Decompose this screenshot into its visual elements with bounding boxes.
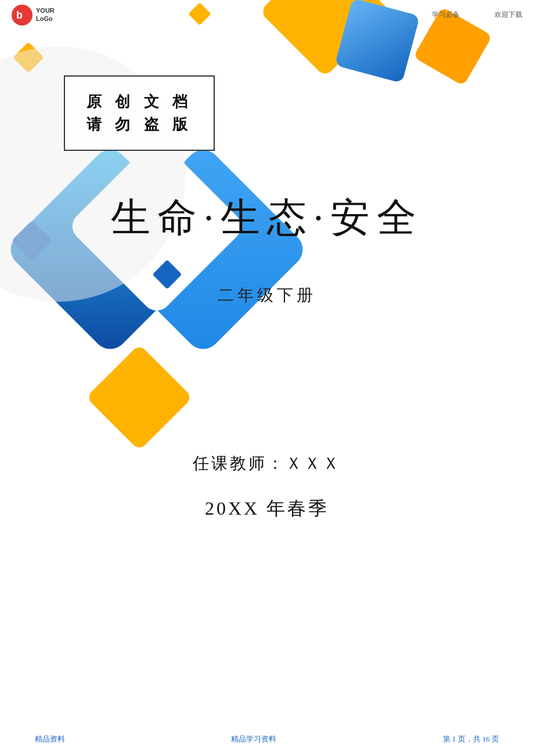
nav-item-2: 欢迎下载 xyxy=(495,10,522,20)
footer-center: 精品学习资料 xyxy=(231,734,276,744)
footer-left: 精品资料 xyxy=(35,734,65,744)
header: b YOUR LoGo 学习必备 欢迎下载 xyxy=(0,0,534,30)
svg-rect-7 xyxy=(96,143,310,356)
footer: 精品资料 精品学习资料 第 1 页，共 16 页 xyxy=(0,734,534,744)
watermark-box: 原 创 文 档 请 勿 盗 版 xyxy=(64,75,215,151)
main-title: 生命·生态·安全 xyxy=(0,191,534,244)
logo-icon: b xyxy=(12,5,33,26)
header-nav: 学习必备 欢迎下载 xyxy=(432,10,522,20)
svg-rect-12 xyxy=(13,42,44,73)
logo-text: YOUR LoGo xyxy=(36,7,55,22)
year-info: 20XX 年春季 xyxy=(0,496,534,522)
teacher-info: 任课教师：ＸＸＸ xyxy=(0,453,534,475)
watermark-line-1: 原 创 文 档 xyxy=(86,91,192,113)
subtitle: 二年级下册 xyxy=(0,284,534,306)
svg-text:b: b xyxy=(16,9,23,21)
nav-item-1: 学习必备 xyxy=(432,10,460,20)
footer-right: 第 1 页，共 16 页 xyxy=(443,734,500,744)
svg-rect-11 xyxy=(86,344,193,451)
watermark-line-2: 请 勿 盗 版 xyxy=(86,113,192,136)
svg-rect-6 xyxy=(3,143,217,356)
logo-area: b YOUR LoGo xyxy=(12,5,55,26)
